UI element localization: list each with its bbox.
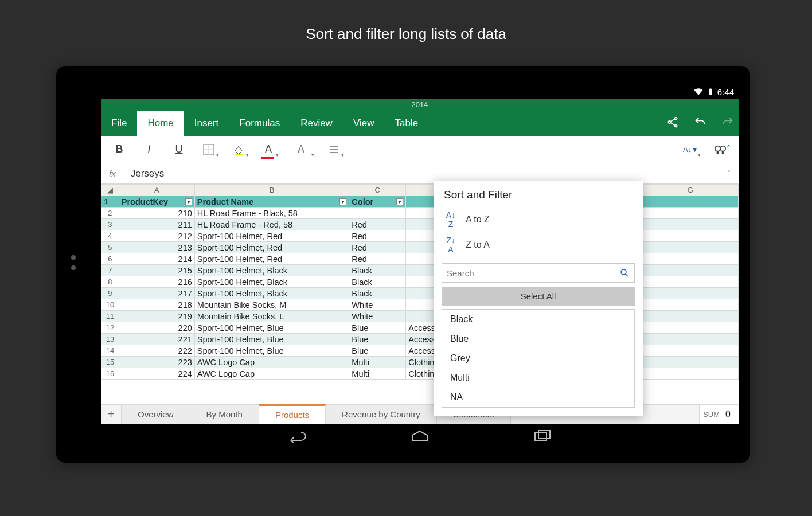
cell-empty[interactable] [642, 322, 738, 334]
row-header[interactable]: 14 [102, 345, 119, 357]
cell-empty[interactable] [642, 276, 738, 288]
table-header[interactable]: Product Name▾ [194, 196, 349, 208]
cell-productkey[interactable]: 217 [119, 288, 194, 299]
cell-productkey[interactable]: 210 [119, 208, 194, 219]
cell-empty[interactable] [642, 230, 738, 242]
row-header[interactable]: 15 [102, 357, 119, 368]
row-header[interactable]: 16 [102, 368, 119, 380]
row-header[interactable]: 5 [102, 242, 119, 253]
cell-productname[interactable]: HL Road Frame - Red, 58 [194, 219, 349, 230]
cell-productkey[interactable]: 224 [119, 368, 194, 380]
cell-empty[interactable] [642, 219, 738, 230]
ribbon-tab-view[interactable]: View [343, 111, 385, 136]
cell-productname[interactable]: Sport-100 Helmet, Red [194, 242, 349, 253]
cell-color[interactable]: Black [349, 265, 406, 276]
cell-productkey[interactable]: 214 [119, 253, 194, 265]
cell-productkey[interactable]: 216 [119, 276, 194, 288]
col-header-B[interactable]: B [194, 185, 349, 196]
back-button[interactable] [287, 430, 307, 445]
cell-productkey[interactable]: 221 [119, 334, 194, 345]
cell-productname[interactable]: Sport-100 Helmet, Black [194, 288, 349, 299]
cell-color[interactable]: Multi [349, 368, 406, 380]
cell-color[interactable]: Red [349, 253, 406, 265]
ribbon-tab-home[interactable]: Home [137, 111, 184, 136]
cell-color[interactable]: Red [349, 242, 406, 253]
filter-dropdown-icon[interactable]: ▾ [396, 198, 403, 205]
row-header[interactable]: 6 [102, 253, 119, 265]
row-header-1[interactable]: 1 [102, 196, 119, 208]
cell-productname[interactable]: Sport-100 Helmet, Red [194, 230, 349, 242]
sort-filter-button[interactable]: A↓▼▾ [678, 136, 703, 163]
cell-empty[interactable] [642, 368, 738, 380]
spreadsheet-grid[interactable]: ◢ABCDEFG1ProductKey▾Product Name▾Color▾2… [101, 184, 739, 404]
filter-dropdown-icon[interactable]: ▾ [185, 198, 192, 205]
select-all-cell[interactable]: ◢ [102, 185, 119, 196]
ribbon-tab-file[interactable]: File [101, 111, 137, 136]
cell-productname[interactable]: Sport-100 Helmet, Black [194, 276, 349, 288]
home-button[interactable] [410, 430, 430, 445]
cell-productkey[interactable]: 218 [119, 299, 194, 311]
cell-empty[interactable] [642, 288, 738, 299]
cell-empty[interactable] [642, 311, 738, 322]
filter-item[interactable]: NA [442, 388, 634, 407]
cell-productkey[interactable]: 212 [119, 230, 194, 242]
aggregate-label[interactable]: SUM [703, 410, 720, 419]
table-header[interactable] [642, 196, 738, 208]
filter-search[interactable] [442, 263, 635, 283]
cell-color[interactable]: Red [349, 219, 406, 230]
sheet-tab-products[interactable]: Products [259, 404, 326, 424]
cell-productname[interactable]: Sport-100 Helmet, Blue [194, 322, 349, 334]
cell-productkey[interactable]: 223 [119, 357, 194, 368]
formula-bar[interactable]: fx Jerseys ˅ [101, 163, 739, 184]
redo-icon[interactable] [721, 116, 734, 131]
sheet-tab-by-month[interactable]: By Month [190, 405, 259, 424]
sort-ztoa[interactable]: Z↓A Z to A [434, 232, 643, 257]
cell-productname[interactable]: AWC Logo Cap [194, 368, 349, 380]
row-header[interactable]: 8 [102, 276, 119, 288]
filter-dropdown-icon[interactable]: ▾ [339, 198, 346, 205]
cell-productname[interactable]: Mountain Bike Socks, M [194, 299, 349, 311]
cell-productkey[interactable]: 220 [119, 322, 194, 334]
cell-productname[interactable]: Mountain Bike Socks, L [194, 311, 349, 322]
filter-item[interactable]: Grey [442, 349, 634, 368]
row-header[interactable]: 12 [102, 322, 119, 334]
cell-empty[interactable] [642, 345, 738, 357]
cell-productkey[interactable]: 222 [119, 345, 194, 357]
cell-color[interactable]: Black [349, 288, 406, 299]
filter-item[interactable]: Black [442, 310, 634, 329]
borders-button[interactable]: ▾ [196, 136, 221, 163]
cell-productkey[interactable]: 215 [119, 265, 194, 276]
cell-productname[interactable]: HL Road Frame - Black, 58 [194, 208, 349, 219]
fill-color-button[interactable]: ▾ [226, 136, 251, 163]
align-button[interactable]: ▾ [321, 136, 346, 163]
cell-empty[interactable] [642, 265, 738, 276]
ribbon-tab-table[interactable]: Table [384, 111, 428, 136]
col-header-A[interactable]: A [119, 185, 194, 196]
col-header-C[interactable]: C [349, 185, 406, 196]
row-header[interactable]: 7 [102, 265, 119, 276]
cell-color[interactable]: Red [349, 230, 406, 242]
cell-productname[interactable]: Sport-100 Helmet, Black [194, 265, 349, 276]
underline-button[interactable]: U [166, 136, 192, 163]
row-header[interactable]: 3 [102, 219, 119, 230]
sheet-tab-overview[interactable]: Overview [122, 405, 190, 424]
ribbon-tab-insert[interactable]: Insert [184, 111, 229, 136]
select-all-button[interactable]: Select All [442, 287, 635, 306]
row-header[interactable]: 2 [102, 208, 119, 219]
filter-item[interactable]: Blue [442, 329, 634, 349]
italic-button[interactable]: I [136, 136, 162, 163]
filter-search-input[interactable] [447, 268, 619, 278]
cell-productkey[interactable]: 211 [119, 219, 194, 230]
cell-productkey[interactable]: 219 [119, 311, 194, 322]
sheet-tab-revenue-by-country[interactable]: Revenue by Country [326, 405, 437, 424]
cell-productname[interactable]: Sport-100 Helmet, Red [194, 253, 349, 265]
formula-value[interactable]: Jerseys [131, 168, 165, 179]
recents-button[interactable] [533, 430, 552, 445]
cell-color[interactable]: Blue [349, 345, 406, 357]
font-color-button[interactable]: A ▾ [256, 136, 281, 163]
cell-productname[interactable]: AWC Logo Cap [194, 357, 349, 368]
bold-button[interactable]: B [107, 136, 132, 163]
expand-formula-icon[interactable]: ˅ [727, 170, 731, 178]
row-header[interactable]: 4 [102, 230, 119, 242]
cell-empty[interactable] [642, 299, 738, 311]
